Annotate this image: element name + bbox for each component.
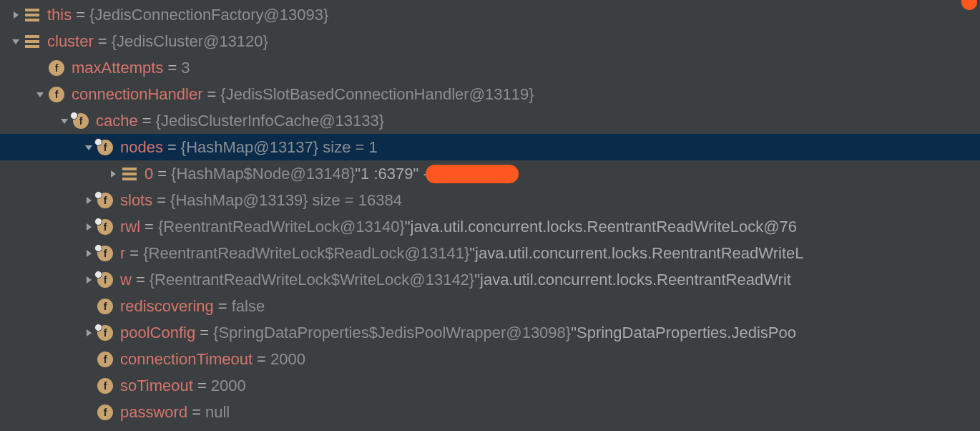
chevron-down-icon[interactable] — [9, 38, 23, 45]
variable-label: this = {JedisConnectionFactory@13093} — [47, 6, 328, 24]
chevron-down-icon[interactable] — [82, 144, 96, 151]
chevron-right-icon[interactable] — [82, 223, 96, 231]
variable-label: slots = {HashMap@13139} size = 16384 — [120, 191, 402, 210]
variable-value: {JedisClusterInfoCache@13133} — [156, 112, 385, 130]
tree-row[interactable]: fconnectionTimeout = 2000 — [0, 346, 980, 372]
variable-value: {HashMap@13139} size = 16384 — [170, 191, 402, 210]
variable-value: {HashMap@13137} size = 1 — [181, 138, 378, 157]
tree-row[interactable]: fnodes = {HashMap@13137} size = 1 — [0, 134, 980, 160]
field-icon: f — [96, 219, 114, 235]
variable-string: "SpringDataProperties.JedisPoo — [571, 324, 796, 342]
chevron-right-icon[interactable] — [9, 11, 23, 19]
tree-row[interactable]: fw = {ReentrantReadWriteLock$WriteLock@1… — [0, 266, 980, 293]
variable-value: {ReentrantReadWriteLock$WriteLock@13142} — [150, 271, 474, 289]
variable-value: {ReentrantReadWriteLock@13140} — [158, 218, 405, 236]
tree-row[interactable]: fsoTimeout = 2000 — [0, 372, 980, 399]
variable-string: "java.util.concurrent.locks.ReentrantRea… — [474, 271, 791, 289]
field-icon: f — [96, 193, 114, 208]
tree-row[interactable]: cluster = {JedisCluster@13120} — [0, 28, 980, 54]
variable-value: {SpringDataProperties$JedisPoolWrapper@1… — [213, 324, 571, 342]
variable-label: w = {ReentrantReadWriteLock$WriteLock@13… — [120, 271, 791, 289]
variable-name: maxAttempts — [72, 59, 163, 77]
tree-row[interactable]: fslots = {HashMap@13139} size = 16384 — [0, 187, 980, 213]
variable-name: connectionHandler — [72, 85, 202, 104]
variable-value: 2000 — [270, 350, 305, 369]
variable-label: cluster = {JedisCluster@13120} — [47, 32, 268, 51]
field-icon: f — [96, 325, 114, 341]
tree-row[interactable]: frwl = {ReentrantReadWriteLock@13140} "j… — [0, 213, 980, 240]
variable-label: poolConfig = {SpringDataProperties$Jedis… — [120, 324, 796, 342]
svg-marker-0 — [14, 11, 19, 19]
variable-value: {ReentrantReadWriteLock$ReadLock@13141} — [143, 244, 469, 263]
variable-label: rediscovering = false — [120, 297, 265, 316]
svg-marker-5 — [111, 170, 116, 178]
tree-row[interactable]: fr = {ReentrantReadWriteLock$ReadLock@13… — [0, 240, 980, 266]
object-icon — [120, 168, 139, 180]
chevron-right-icon[interactable] — [106, 170, 120, 178]
variable-name: connectionTimeout — [120, 350, 253, 369]
variable-label: connectionTimeout = 2000 — [120, 350, 305, 369]
variable-name: rediscovering — [120, 297, 214, 316]
tree-row[interactable]: fcache = {JedisClusterInfoCache@13133} — [0, 107, 980, 134]
variable-label: password = null — [120, 403, 230, 422]
variable-string: "java.util.concurrent.locks.ReentrantRea… — [405, 218, 797, 236]
svg-marker-1 — [12, 39, 19, 44]
variable-name: cluster — [47, 32, 94, 51]
field-icon: f — [72, 113, 90, 129]
field-icon: f — [47, 87, 66, 102]
variable-label: nodes = {HashMap@13137} size = 1 — [120, 138, 378, 157]
field-icon: f — [96, 246, 114, 261]
object-icon — [23, 35, 41, 48]
tree-row[interactable]: this = {JedisConnectionFactory@13093} — [0, 1, 980, 28]
variable-name: password — [120, 403, 187, 422]
svg-marker-6 — [87, 197, 92, 204]
variable-value: 3 — [181, 59, 190, 77]
variable-name: nodes — [120, 138, 163, 157]
variable-name: cache — [96, 112, 138, 130]
tree-row[interactable]: fpassword = null — [0, 399, 980, 425]
variable-name: rwl — [120, 218, 140, 236]
variable-value: null — [205, 403, 230, 422]
field-icon: f — [96, 405, 114, 420]
variable-name: w — [120, 271, 132, 289]
chevron-down-icon[interactable] — [57, 117, 72, 125]
redaction-mark — [426, 165, 519, 183]
variable-value: 2000 — [211, 377, 246, 395]
tree-row[interactable]: fmaxAttempts = 3 — [0, 54, 980, 81]
svg-marker-8 — [87, 250, 92, 257]
tree-row[interactable]: 0 = {HashMap$Node@13148} "1 :6379" -> — [0, 160, 980, 187]
svg-marker-7 — [87, 223, 92, 231]
variable-value: {JedisConnectionFactory@13093} — [89, 6, 328, 24]
object-icon — [23, 9, 41, 21]
tree-row[interactable]: frediscovering = false — [0, 293, 980, 319]
variable-value: {JedisCluster@13120} — [112, 32, 268, 51]
svg-marker-4 — [85, 145, 92, 150]
field-icon: f — [96, 352, 114, 367]
field-icon: f — [47, 60, 66, 76]
variable-name: soTimeout — [120, 377, 193, 395]
variable-value: false — [232, 297, 265, 316]
chevron-right-icon[interactable] — [82, 249, 96, 258]
svg-marker-10 — [87, 329, 92, 336]
field-icon: f — [96, 272, 114, 288]
variable-name: r — [120, 244, 125, 263]
variable-value: {HashMap$Node@13148} — [171, 165, 355, 183]
variable-value: {JedisSlotBasedConnectionHandler@13119} — [220, 85, 534, 104]
variable-label: cache = {JedisClusterInfoCache@13133} — [96, 112, 384, 130]
chevron-right-icon[interactable] — [82, 276, 96, 284]
variable-label: maxAttempts = 3 — [72, 59, 190, 77]
variable-name: slots — [120, 191, 152, 210]
variable-name: 0 — [144, 165, 153, 183]
tree-row[interactable]: fconnectionHandler = {JedisSlotBasedConn… — [0, 81, 980, 107]
svg-marker-2 — [36, 92, 44, 97]
variable-label: connectionHandler = {JedisSlotBasedConne… — [72, 85, 534, 104]
variables-tree: this = {JedisConnectionFactory@13093}clu… — [0, 0, 980, 425]
chevron-right-icon[interactable] — [82, 329, 96, 337]
tree-row[interactable]: fpoolConfig = {SpringDataProperties$Jedi… — [0, 319, 980, 346]
variable-name: poolConfig — [120, 324, 195, 342]
chevron-down-icon[interactable] — [33, 91, 47, 98]
field-icon: f — [96, 299, 114, 314]
field-icon: f — [96, 140, 114, 155]
chevron-right-icon[interactable] — [82, 196, 96, 205]
svg-marker-9 — [87, 276, 92, 284]
